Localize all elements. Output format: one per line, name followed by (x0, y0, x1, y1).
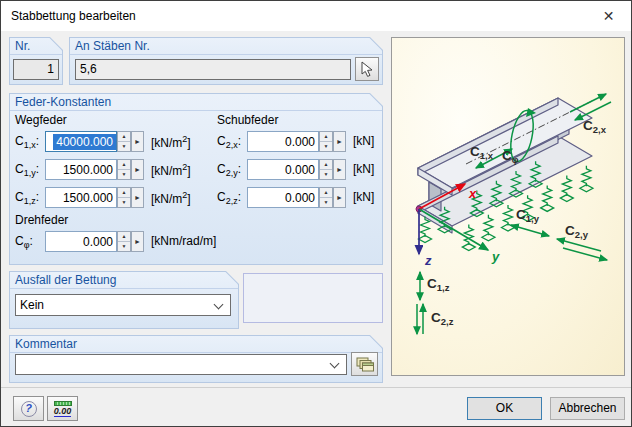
units-decimal-label: 0.00 (54, 406, 72, 417)
footer-separator (1, 387, 631, 388)
kommentar-combobox[interactable] (15, 354, 347, 375)
ok-button[interactable]: OK (467, 397, 542, 420)
c1z-spinner[interactable]: ▲▼ (117, 187, 131, 208)
group-spring-constants: Feder-Konstanten Wegfeder Schubfeder Dre… (9, 93, 383, 265)
group-ausfall: Ausfall der Bettung Kein (9, 271, 239, 329)
cphi-expand-button[interactable]: ► (131, 231, 144, 252)
spin-up-icon: ▲ (320, 132, 332, 141)
row-c2x: C2,x: 0.000 ▲▼ ► [kN] (217, 131, 457, 152)
row-c2z: C2,z: 0.000 ▲▼ ► [kN] (217, 187, 457, 208)
group-nr-label: Nr. (15, 39, 30, 53)
nr-field: 1 (13, 59, 59, 80)
help-icon: ? (21, 401, 37, 417)
spin-down-icon: ▼ (118, 241, 130, 251)
c2y-unit: [kN] (353, 162, 374, 176)
spin-up-icon: ▲ (118, 132, 130, 141)
title-bar: Stabbettung bearbeiten ✕ (1, 1, 631, 31)
c2x-input[interactable]: 0.000 (247, 131, 319, 152)
ausfall-dropdown[interactable]: Kein (15, 294, 231, 316)
chevron-down-icon (330, 359, 340, 369)
help-button[interactable]: ? (13, 396, 44, 421)
group-spring-label: Feder-Konstanten (15, 95, 111, 109)
c1y-unit: [kN/m2] (151, 162, 191, 178)
c2z-expand-button[interactable]: ► (333, 187, 346, 208)
c2z-input[interactable]: 0.000 (247, 187, 319, 208)
x-axis-label: x (468, 186, 477, 201)
spin-down-icon: ▼ (320, 141, 332, 151)
c1z-unit: [kN/m2] (151, 190, 191, 206)
c1y-spinner[interactable]: ▲▼ (117, 159, 131, 180)
dialog-title: Stabbettung bearbeiten (11, 9, 136, 23)
chevron-down-icon (214, 300, 224, 310)
c2y-expand-button[interactable]: ► (333, 159, 346, 180)
kommentar-templates-button[interactable] (351, 352, 378, 376)
z-axis-label: z (424, 253, 432, 268)
spin-down-icon: ▼ (118, 141, 130, 151)
spin-up-icon: ▲ (118, 160, 130, 169)
group-members: An Stäben Nr. 5,6 (69, 37, 383, 85)
c1z-expand-button[interactable]: ► (131, 187, 144, 208)
diagram-label-c2z: C2,z (431, 310, 454, 327)
c2z-unit: [kN] (353, 190, 374, 204)
c1z-input[interactable]: 1500.000 (45, 187, 117, 208)
spin-down-icon: ▼ (118, 169, 130, 179)
members-field[interactable]: 5,6 (75, 59, 351, 80)
group-nr: Nr. 1 (9, 37, 63, 85)
group-kommentar-label: Kommentar (15, 337, 77, 351)
spin-down-icon: ▼ (320, 169, 332, 179)
pick-cursor-icon (360, 61, 374, 77)
group-kommentar: Kommentar (9, 335, 383, 383)
section-drehfeder: Drehfeder (15, 213, 68, 227)
c1x-spinner[interactable]: ▲▼ (117, 131, 131, 152)
section-schubfeder: Schubfeder (217, 113, 278, 127)
diagram-label-c2y: C2,y (565, 223, 589, 240)
group-ausfall-label: Ausfall der Bettung (15, 273, 116, 287)
spin-up-icon: ▲ (118, 188, 130, 197)
c2y-input[interactable]: 0.000 (247, 159, 319, 180)
spin-up-icon: ▲ (320, 188, 332, 197)
spin-down-icon: ▼ (320, 197, 332, 207)
dialog-stabbettung: Stabbettung bearbeiten ✕ Nr. 1 An Stäben… (0, 0, 632, 427)
cancel-button[interactable]: Abbrechen (550, 397, 625, 420)
pick-members-button[interactable] (355, 57, 379, 81)
stacked-comments-icon (356, 357, 374, 372)
close-icon[interactable]: ✕ (586, 1, 631, 31)
preview-box (243, 273, 383, 323)
c1x-unit: [kN/m2] (151, 134, 191, 150)
c2x-unit: [kN] (353, 134, 374, 148)
c1x-input[interactable]: 40000.000 (45, 131, 117, 152)
cphi-input[interactable]: 0.000 (45, 231, 117, 252)
diagram-label-c1z: C1,z (427, 276, 450, 293)
c2x-spinner[interactable]: ▲▼ (319, 131, 333, 152)
c1x-expand-button[interactable]: ► (131, 131, 144, 152)
c2x-expand-button[interactable]: ► (333, 131, 346, 152)
section-wegfeder: Wegfeder (15, 113, 67, 127)
row-cphi: Cφ: 0.000 ▲▼ ► [kNm/rad/m] (15, 231, 255, 252)
group-members-label: An Stäben Nr. (75, 39, 150, 53)
spin-down-icon: ▼ (118, 197, 130, 207)
cphi-unit: [kNm/rad/m] (151, 234, 216, 248)
units-settings-button[interactable]: 0.00 (47, 396, 78, 421)
row-c2y: C2,y: 0.000 ▲▼ ► [kN] (217, 159, 457, 180)
c2z-spinner[interactable]: ▲▼ (319, 187, 333, 208)
y-axis-label: y (491, 249, 500, 264)
c1y-input[interactable]: 1500.000 (45, 159, 117, 180)
diagram-label-c2x: C2,x (583, 118, 607, 135)
c2y-spinner[interactable]: ▲▼ (319, 159, 333, 180)
spin-up-icon: ▲ (118, 232, 130, 241)
cphi-spinner[interactable]: ▲▼ (117, 231, 131, 252)
c1y-expand-button[interactable]: ► (131, 159, 144, 180)
spin-up-icon: ▲ (320, 160, 332, 169)
